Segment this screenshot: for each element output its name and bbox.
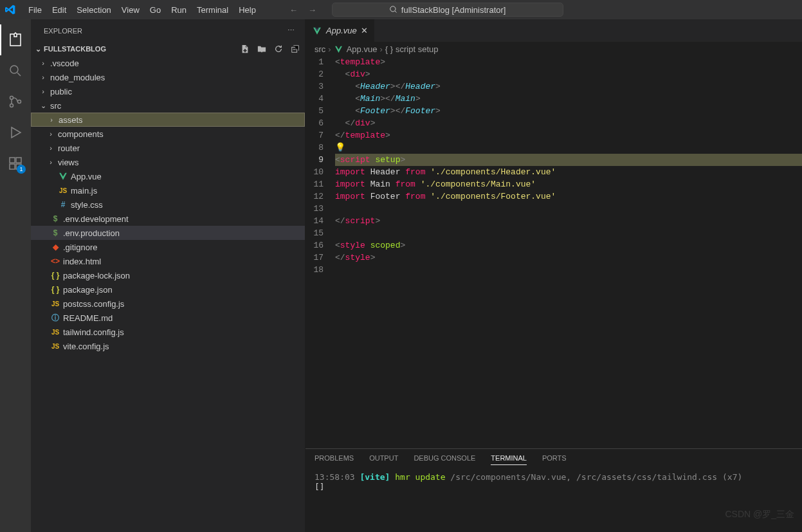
chevron-icon: › [46,144,55,152]
tree-item--vscode[interactable]: ›.vscode [31,56,305,70]
tree-item-router[interactable]: ›router [31,141,305,155]
titlebar: FileEditSelectionViewGoRunTerminalHelp ←… [0,0,802,19]
tree-label: postcss.config.js [63,299,124,309]
command-center-text: fullStackBlog [Administrator] [401,5,506,15]
code-line[interactable]: 💡 [335,142,802,154]
activity-search[interactable] [0,55,31,86]
code-content[interactable]: <template> <div> <Header></Header> <Main… [335,56,802,448]
command-center[interactable]: fullStackBlog [Administrator] [332,3,564,17]
tree-item-vite-config-js[interactable]: JSvite.config.js [31,339,305,353]
code-line[interactable]: </div> [335,117,802,129]
breadcrumb-part[interactable]: script setup [396,44,438,54]
menu-run[interactable]: Run [166,3,192,17]
code-line[interactable]: <Footer></Footer> [335,105,802,117]
code-line[interactable]: <Main></Main> [335,93,802,105]
code-line[interactable]: import Footer from './components/Footer.… [335,190,802,203]
nav-forward-icon[interactable]: → [308,5,316,15]
bottom-panel: PROBLEMSOUTPUTDEBUG CONSOLETERMINALPORTS… [305,448,802,532]
code-line[interactable]: <Header></Header> [335,80,802,93]
tree-item-package-lock-json[interactable]: { }package-lock.json [31,268,305,282]
project-header[interactable]: ⌄ FULLSTACKBLOG [31,42,305,56]
collapse-all-icon[interactable] [291,44,300,53]
tree-item-style-css[interactable]: #style.css [31,197,305,212]
code-line[interactable] [335,203,802,215]
activity-source-control[interactable] [0,86,31,117]
new-folder-icon[interactable] [257,44,266,53]
tree-label: views [58,158,79,167]
breadcrumb[interactable]: src › App.vue › { } script setup [305,42,802,56]
chevron-icon: › [39,87,48,95]
js-icon: JS [58,187,68,194]
breadcrumb-part[interactable]: src [314,44,325,54]
menu-go[interactable]: Go [145,3,166,17]
menu-view[interactable]: View [116,3,145,17]
activity-run-debug[interactable] [0,117,31,148]
new-file-icon[interactable] [241,44,250,53]
svg-rect-4 [10,158,15,163]
panel-tab-output[interactable]: OUTPUT [369,454,398,464]
braces-icon: { } [385,44,393,54]
html-icon: <> [50,257,60,266]
chevron-icon: › [46,130,55,138]
editor-tabs: App.vue ✕ [305,19,802,42]
tree-label: .vscode [50,59,79,68]
code-line[interactable]: import Header from './components/Header.… [335,166,802,178]
panel-tab-terminal[interactable]: TERMINAL [491,454,527,465]
panel-tab-debug-console[interactable]: DEBUG CONSOLE [414,454,475,464]
tree-item-package-json[interactable]: { }package.json [31,282,305,297]
activity-explorer[interactable] [0,24,31,55]
tree-item-readme-md[interactable]: ⓘREADME.md [31,311,305,325]
panel-tab-problems[interactable]: PROBLEMS [314,454,354,464]
code-line[interactable]: <style scoped> [335,239,802,252]
sidebar-more-icon[interactable]: ⋯ [287,26,295,35]
tree-item--gitignore[interactable]: ◆.gitignore [31,240,305,254]
svg-point-2 [10,104,14,107]
tree-item-node-modules[interactable]: ›node_modules [31,70,305,84]
menu-help[interactable]: Help [233,3,261,17]
tree-item-assets[interactable]: ›assets [31,113,305,127]
code-line[interactable]: import Main from './components/Main.vue' [335,178,802,190]
tree-item--env-development[interactable]: $.env.development [31,212,305,226]
menu-terminal[interactable]: Terminal [192,3,233,17]
tree-item-components[interactable]: ›components [31,127,305,141]
chevron-icon: ⌄ [39,102,48,110]
terminal-output[interactable]: 13:58:03 [vite] hmr update /src/componen… [305,470,802,532]
tree-item-postcss-config-js[interactable]: JSpostcss.config.js [31,297,305,311]
tree-item-public[interactable]: ›public [31,84,305,98]
tree-label: router [58,143,80,153]
menu-edit[interactable]: Edit [47,3,71,17]
tree-label: package.json [63,285,113,295]
code-line[interactable] [335,264,802,276]
activity-extensions[interactable]: 1 [0,148,31,179]
refresh-icon[interactable] [274,44,283,53]
code-line[interactable]: <template> [335,56,802,68]
tree-item-views[interactable]: ›views [31,155,305,169]
editor-body[interactable]: 123456789101112131415161718 <template> <… [305,56,802,448]
extensions-badge: 1 [17,165,26,174]
tree-label: src [50,101,61,111]
terminal-tag: [vite] [360,472,390,482]
code-line[interactable]: </script> [335,215,802,227]
close-icon[interactable]: ✕ [361,26,368,35]
terminal-cursor: [] [314,482,793,491]
tree-item-app-vue[interactable]: App.vue [31,169,305,183]
nav-arrows: ← → [289,5,316,15]
code-line[interactable]: <div> [335,68,802,80]
tree-item--env-production[interactable]: $.env.production [31,226,305,240]
nav-back-icon[interactable]: ← [289,5,298,15]
menu-file[interactable]: File [23,3,47,17]
panel-tab-ports[interactable]: PORTS [542,454,567,464]
tab-app-vue[interactable]: App.vue ✕ [305,19,375,42]
breadcrumb-part[interactable]: App.vue [347,44,378,54]
svg-point-0 [10,66,18,73]
css-icon: # [58,200,68,209]
tree-item-main-js[interactable]: JSmain.js [31,183,305,197]
code-line[interactable]: </style> [335,252,802,264]
menu-selection[interactable]: Selection [71,3,116,17]
code-line[interactable]: <script setup> [335,154,802,166]
tree-item-index-html[interactable]: <>index.html [31,254,305,268]
code-line[interactable] [335,227,802,239]
tree-item-tailwind-config-js[interactable]: JStailwind.config.js [31,325,305,339]
code-line[interactable]: </template> [335,129,802,142]
tree-item-src[interactable]: ⌄src [31,98,305,113]
